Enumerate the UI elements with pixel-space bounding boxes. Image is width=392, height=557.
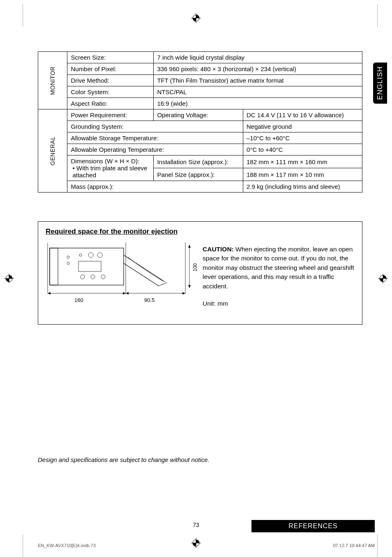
spec-value: –10°C to +60°C [243,132,362,144]
crop-mark [377,534,378,557]
spec-table: MONITOR Screen Size: 7 inch wide liquid … [38,51,362,193]
spec-label: Allowable Operating Temperature: [67,144,243,155]
footer-filename: EN_KW-AVX710[E]4.indb 73 [38,543,96,548]
page-content: MONITOR Screen Size: 7 inch wide liquid … [38,51,362,463]
table-row: Allowable Operating Temperature: 0°C to … [38,144,362,155]
svg-point-20 [88,253,93,258]
svg-marker-30 [48,292,51,295]
registration-mark-icon [378,274,388,283]
language-tab-label: ENGLISH [376,66,384,100]
footer-timestamp: 07.12.7 10:44:47 AM [333,543,375,548]
table-row: Number of Pixel: 336 960 pixels: 480 × 3… [38,63,362,75]
spec-value: 0°C to +40°C [243,144,362,155]
spec-value: 7 inch wide liquid crystal display [154,52,362,63]
table-row: Dimensions (W × H × D): With trim plate … [38,155,362,168]
language-tab: ENGLISH [373,63,387,104]
diagram-box: Required space for the monitor ejection [38,221,362,325]
spec-label: Drive Method: [67,75,154,86]
svg-line-26 [124,255,165,282]
svg-line-28 [159,283,167,286]
svg-rect-15 [50,248,124,285]
crop-mark [23,534,23,557]
table-row: Color System: NTSC/PAL [38,86,362,98]
svg-point-21 [97,253,102,258]
spec-value: 16:9 (wide) [154,98,362,109]
table-row: Mass (approx.): 2.9 kg (including trims … [38,181,362,193]
caution-text: CAUTION: When ejecting the monitor, leav… [203,245,355,291]
spec-label: Grounding System: [67,121,243,132]
table-row: Allowable Storage Temperature: –10°C to … [38,132,362,144]
spec-label: Number of Pixel: [67,63,154,75]
spec-value: TFT (Thin Film Transistor) active matrix… [154,75,362,86]
spec-label: Power Requirement: [67,109,154,121]
svg-marker-33 [126,292,129,295]
crop-mark [23,4,23,27]
svg-point-24 [91,275,95,279]
spec-value: Negative ground [243,121,362,132]
spec-value: NTSC/PAL [154,86,362,98]
spec-value: 182 mm × 111 mm × 160 mm [243,155,362,168]
dimension-label: 90.5 [144,297,154,303]
unit-label: Unit: mm [203,299,355,308]
spec-value: 336 960 pixels: 480 × 3 (horizontal) × 2… [154,63,362,75]
caution-label: CAUTION: [203,246,234,253]
dimension-label: 160 [74,297,83,303]
spec-value: 188 mm × 117 mm × 10 mm [243,168,362,181]
svg-point-18 [67,262,69,265]
table-row: GENERAL Power Requirement: Operating Vol… [38,109,362,121]
spec-value: DC 14.4 V (11 V to 16 V allowance) [243,109,362,121]
table-row: Drive Method: TFT (Thin Film Transistor)… [38,75,362,86]
svg-point-17 [67,256,69,258]
spec-label: Mass (approx.): [67,181,243,193]
svg-marker-36 [188,245,191,248]
change-notice: Design and specifications are subject to… [38,456,362,463]
spec-value: 2.9 kg (including trims and sleeve) [243,181,362,193]
diagram-title: Required space for the monitor ejection [46,227,194,236]
svg-point-23 [81,275,85,279]
svg-point-19 [79,254,82,256]
section-header-monitor: MONITOR [38,52,67,109]
spec-label: Allowable Storage Temperature: [67,132,243,144]
svg-point-25 [101,275,105,279]
svg-marker-34 [182,292,185,295]
table-row: MONITOR Screen Size: 7 inch wide liquid … [38,52,362,63]
svg-marker-37 [188,285,191,288]
spec-label: Dimensions (W × H × D): With trim plate … [67,155,154,181]
spec-sublabel: Panel Size (approx.): [154,168,243,181]
registration-mark-icon [4,274,14,283]
registration-mark-icon [191,13,201,23]
page-number: 73 [193,522,199,528]
table-row: Aspect Ratio: 16:9 (wide) [38,98,362,109]
spec-label: Screen Size: [67,52,154,63]
references-bar: REFERENCES [251,520,375,532]
crop-mark [377,4,378,27]
table-row: Grounding System: Negative ground [38,121,362,132]
spec-label: Color System: [67,86,154,98]
spec-sublabel: Operating Voltage: [154,109,243,121]
svg-rect-16 [50,248,58,285]
spec-label: Aspect Ratio: [67,98,154,109]
dimension-label: 100 [192,263,198,272]
spec-sublabel: Installation Size (approx.): [154,155,243,168]
svg-rect-22 [78,261,101,272]
registration-mark-icon [191,538,201,548]
svg-marker-31 [123,292,126,295]
ejection-diagram: 160 90.5 100 [46,241,194,302]
section-header-general: GENERAL [38,109,67,193]
